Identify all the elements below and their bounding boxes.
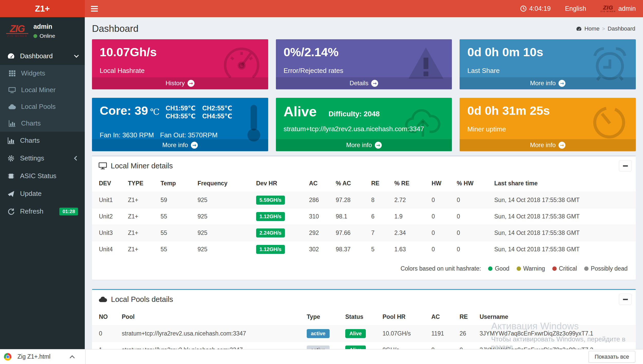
widgets-icon — [8, 70, 16, 77]
fan-in: Fan In: 3630 RPM — [100, 131, 154, 139]
minus-icon — [623, 299, 628, 300]
hashrate-badge: 1.12GH/s — [256, 245, 285, 254]
sidebar-item-local-miner[interactable]: Local Miner — [0, 82, 85, 98]
core-temp-box: Core: 39℃ CH1:59℃ CH2:55℃ CH3:55℃ CH4:55… — [92, 98, 268, 151]
dashboard-icon — [7, 52, 15, 60]
sidebar-item-update[interactable]: Update — [0, 185, 85, 203]
sidebar-submenu-dashboard: Widgets Local Miner Local Pools — [0, 65, 85, 132]
sidebar-item-asic-status[interactable]: ASIC Status — [0, 167, 85, 185]
critical-dot-icon — [552, 266, 557, 271]
hashrate-badge: 2.24GH/s — [256, 228, 285, 237]
sidebar-item-widgets[interactable]: Widgets — [0, 65, 85, 82]
minus-icon — [623, 165, 628, 167]
language-menu[interactable]: English — [558, 0, 593, 17]
warning-dot-icon — [517, 266, 521, 271]
top-navbar: Z1+ 4:04:19 English ZIGZIG MINER admin — [0, 0, 643, 17]
breadcrumb-home[interactable]: Home — [584, 25, 600, 32]
hashrate-history-link[interactable]: History → — [92, 77, 268, 89]
table-row: Unit2Z1+ 55925 1.12GH/s 31098.1 61.9 00 … — [92, 208, 636, 225]
local-miner-table: DEVTYPE TempFrequency Dev HRAC % ACRE % … — [92, 175, 636, 257]
hashrate-color-legend: Colors based on unit hashrate: Good Warn… — [92, 257, 636, 280]
clock-widget: 4:04:19 — [513, 0, 558, 17]
downloads-bar: Zig Z1+.html Показать все — [0, 349, 643, 364]
sidebar-item-dashboard[interactable]: Dashboard — [0, 47, 85, 65]
arrow-circle-icon: → — [558, 80, 565, 87]
sidebar-toggle-button[interactable] — [85, 0, 104, 17]
dashboard-icon — [576, 26, 582, 32]
download-item-caret-icon[interactable] — [70, 355, 75, 360]
local-pools-panel: Local Pools details NOPool TypeStatus Po… — [92, 289, 636, 358]
ch4-temp: CH4:55℃ — [202, 112, 232, 120]
pool-status-more-info-link[interactable]: More info → — [276, 139, 452, 151]
sidebar-item-refresh[interactable]: Refresh 01:28 — [0, 203, 85, 220]
sidebar-item-settings[interactable]: Settings — [0, 149, 85, 167]
possibly-dead-dot-icon — [584, 266, 589, 271]
brand-logo[interactable]: Z1+ — [0, 0, 85, 17]
last-share-box: 0d 0h 0m 10s Last Share More info → — [460, 39, 636, 89]
fan-speeds: Fan In: 3630 RPM Fan Out: 3570RPM — [100, 131, 260, 139]
zig-logo-icon: ZIGZIG MINER — [601, 5, 616, 13]
monitor-icon — [8, 87, 16, 94]
uptime-label: Miner uptime — [467, 125, 628, 133]
sidebar-item-charts-sub[interactable]: Charts — [0, 115, 85, 132]
legend-item-possibly-dead: Possibly dead — [584, 265, 628, 272]
main-content: Dashboard Home > Dashboard 10.07Gh/s Loc… — [85, 0, 643, 358]
error-rates-details-link[interactable]: Details → — [276, 77, 452, 89]
clock-time: 4:04:19 — [529, 5, 551, 12]
uptime-value: 0d 0h 31m 25s — [467, 103, 628, 118]
hashrate-value: 10.07Gh/s — [100, 45, 260, 59]
table-header-row: NOPool TypeStatus Pool HRAC REUsername — [92, 308, 636, 325]
legend-item-critical: Critical — [552, 265, 577, 272]
fan-out: Fan Out: 3570RPM — [160, 131, 218, 139]
sidebar-item-charts[interactable]: Charts — [0, 132, 85, 149]
gear-icon — [7, 155, 15, 162]
panel-title: Local Pools details — [111, 295, 173, 304]
sidebar-user-panel: ZIGZIG MINER admin Online — [0, 17, 85, 44]
navbar: 4:04:19 English ZIGZIG MINER admin — [85, 0, 643, 17]
chevron-left-icon — [74, 156, 79, 160]
sidebar-menu: Dashboard Widgets Local Miner — [0, 47, 85, 220]
error-rates-box: 0%/2.14% Error/Rejected rates Details → — [276, 39, 452, 89]
error-rates-label: Error/Rejected rates — [284, 67, 444, 75]
page-title: Dashboard — [92, 23, 138, 34]
uptime-more-info-link[interactable]: More info → — [460, 139, 636, 151]
chevron-down-icon — [74, 53, 79, 58]
clock-icon — [520, 5, 527, 12]
pool-type-badge: active — [307, 329, 330, 338]
monitor-icon — [99, 162, 107, 170]
download-file-name[interactable]: Zig Z1+.html — [17, 353, 50, 360]
last-share-more-info-link[interactable]: More info → — [460, 77, 636, 89]
arrow-circle-icon: → — [558, 142, 565, 149]
info-boxes: 10.07Gh/s Local Hashrate History → 0%/2.… — [85, 39, 643, 151]
zig-logo: ZIGZIG MINER — [6, 24, 28, 38]
user-menu[interactable]: ZIGZIG MINER admin — [593, 0, 643, 17]
user-name: admin — [33, 23, 55, 30]
arrow-circle-icon: → — [188, 80, 194, 87]
hashrate-badge: 5.59GH/s — [256, 196, 285, 205]
legend-item-good: Good — [488, 265, 509, 272]
uptime-box: 0d 0h 31m 25s Miner uptime More info → — [460, 98, 636, 151]
online-dot-icon — [33, 34, 37, 38]
collapse-button[interactable] — [619, 160, 632, 171]
table-row: Unit4Z1+ 55925 1.12GH/s 30298.37 51.63 0… — [92, 241, 636, 258]
pool-status-badge: Alive — [345, 329, 366, 338]
table-row: Unit1Z1+ 59925 5.59GH/s 28697.28 82.72 0… — [92, 192, 636, 208]
bar-chart-icon — [8, 120, 16, 127]
bar-chart-icon — [7, 137, 15, 144]
send-icon — [7, 190, 15, 197]
hashrate-badge: 1.12GH/s — [256, 212, 285, 221]
show-all-downloads-button[interactable]: Показать все — [589, 351, 635, 363]
core-temp-more-info-link[interactable]: More info → — [92, 139, 268, 151]
breadcrumb-current: Dashboard — [608, 25, 635, 32]
refresh-countdown-badge: 01:28 — [59, 208, 78, 215]
collapse-button[interactable] — [619, 294, 632, 305]
divider — [85, 349, 86, 364]
pool-url: stratum+tcp://lyra2rev2.usa.nicehash.com… — [284, 125, 444, 133]
arrow-circle-icon: → — [191, 142, 198, 149]
sidebar-item-local-pools[interactable]: Local Pools — [0, 98, 85, 115]
pool-status-box: Alive Difficulty: 2048 stratum+tcp://lyr… — [276, 98, 452, 151]
hashrate-label: Local Hashrate — [100, 67, 260, 75]
table-row: Unit3Z1+ 55925 2.24GH/s 29297.66 72.34 0… — [92, 225, 636, 241]
ch2-temp: CH2:55℃ — [202, 104, 232, 112]
error-rates-value: 0%/2.14% — [284, 45, 444, 59]
